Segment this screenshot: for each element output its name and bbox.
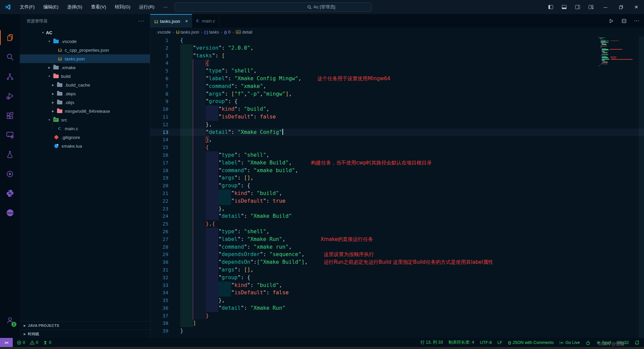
tree-item-.deps[interactable]: ▶.deps <box>20 89 150 98</box>
breadcrumb-tasks-json[interactable]: {..}tasks.json <box>176 30 199 35</box>
breadcrumb--vscode[interactable]: .vscode <box>156 30 171 35</box>
code-line[interactable]: 5 "type": "shell", <box>150 67 644 75</box>
remote-indicator[interactable]: >< <box>0 338 13 347</box>
code-line[interactable]: 31 "args": [], <box>150 266 644 274</box>
code-line[interactable]: 20 "group": { <box>150 182 644 190</box>
code-line[interactable]: 19 "args": [], <box>150 174 644 182</box>
code-line[interactable]: 37 } <box>150 312 644 320</box>
tree-item-src[interactable]: ▼</>src <box>20 115 150 124</box>
code-line[interactable]: 2 "version": "2.0.0", <box>150 44 644 52</box>
warnings-count[interactable]: 0 <box>30 340 38 345</box>
code-line[interactable]: 26 "type": "shell", <box>150 228 644 236</box>
run-code-button[interactable] <box>606 16 616 26</box>
go-live[interactable]: Go Live <box>559 340 580 345</box>
code-line[interactable]: 29 "dependsOrder": "sequence", 这里设置为按顺序执… <box>150 251 644 258</box>
code-line[interactable]: 21 "kind": "build", <box>150 190 644 197</box>
language-mode[interactable]: {}JSON with Comments <box>508 340 554 345</box>
code-editor[interactable]: 1{2 "version": "2.0.0",3 "tasks": [4 {5 … <box>150 37 644 338</box>
menubar-item[interactable]: 文件(F) <box>15 0 39 14</box>
tree-item-main.c[interactable]: Cmain.c <box>20 124 150 133</box>
status--4[interactable]: 制表符长度: 4 <box>448 340 474 345</box>
code-line[interactable]: 7 "command": "xmake", <box>150 83 644 90</box>
code-line[interactable]: 6 "label": "Xmake Config Mingw", 这个任务用于设… <box>150 75 644 83</box>
source-control-icon[interactable] <box>0 68 20 85</box>
status--13-33[interactable]: 行 13, 列 33 <box>421 340 443 345</box>
tree-item-tasks.json[interactable]: {..}tasks.json <box>20 54 150 63</box>
code-line[interactable]: 18 "command": "xmake build", <box>150 167 644 174</box>
tab-main-c[interactable]: Cmain.c <box>192 14 219 28</box>
code-line[interactable]: 17 "label": "Xmake Build", 构建任务，当不使用cwp时… <box>150 159 644 167</box>
remote-explorer-icon[interactable] <box>0 126 20 144</box>
editor-scrollbar[interactable] <box>639 37 644 338</box>
feedback[interactable] <box>586 340 590 345</box>
minimap[interactable] <box>598 37 639 338</box>
code-line[interactable]: 27 "label": "Xmake Run", Xmake的直接运行任务 <box>150 236 644 243</box>
search-icon[interactable] <box>0 48 20 66</box>
sidebar-more-actions-icon[interactable]: ··· <box>138 18 145 24</box>
code-line[interactable]: 35 }, <box>150 297 644 304</box>
command-center-search[interactable]: Ac [管理员] <box>174 2 372 12</box>
code-line[interactable]: 22 "isDefault": true <box>150 197 644 205</box>
code-line[interactable]: 3 "tasks": [ <box>150 52 644 60</box>
code-line[interactable]: 36 "detail": "Xmake Run" <box>150 304 644 312</box>
extensions-icon[interactable] <box>0 107 20 124</box>
code-line[interactable]: 39} <box>150 327 644 335</box>
menubar-item[interactable]: 转到(G) <box>110 0 135 14</box>
section-java-projects[interactable]: ▶JAVA PROJECTS <box>20 321 150 330</box>
tree-item-c-cpp-properties.json[interactable]: {..}c_cpp_properties.json <box>20 46 150 54</box>
tab-close-icon[interactable]: × <box>185 18 188 24</box>
section-时间线[interactable]: ▶时间线 <box>20 330 150 338</box>
run-and-debug-icon[interactable] <box>0 87 20 105</box>
python-icon[interactable] <box>0 185 20 202</box>
tree-item-mingw-x86-64-release[interactable]: ▶mingw\x86_64\release <box>20 107 150 115</box>
coverage-icon[interactable] <box>0 165 20 183</box>
tree-item-build[interactable]: ▼build <box>20 72 150 81</box>
code-line[interactable]: 32 "group": { <box>150 274 644 282</box>
window-minimize-button[interactable]: ─ <box>598 0 613 14</box>
layout-sidebar-left-icon[interactable] <box>544 0 557 14</box>
code-line[interactable]: 12 }, <box>150 121 644 129</box>
tree-item-.objs[interactable]: ▶.objs <box>20 98 150 107</box>
layout-customize-icon[interactable] <box>584 0 598 14</box>
code-line[interactable]: 25 },{ <box>150 220 644 228</box>
status-win32[interactable]: Win32 <box>617 340 629 345</box>
notifications-bell[interactable] <box>635 340 639 345</box>
breadcrumb-0[interactable]: {}0 <box>224 30 230 35</box>
ports-count[interactable]: 0 <box>43 340 51 345</box>
spell-checker[interactable]: Spell <box>596 340 611 345</box>
code-line[interactable]: 4 { <box>150 59 644 67</box>
code-line[interactable]: 33 "kind": "build", <box>150 282 644 289</box>
code-line[interactable]: 15 { <box>150 144 644 151</box>
code-line[interactable]: 10 "kind": "build", <box>150 105 644 113</box>
tree-item-ac[interactable]: ▼AC <box>20 28 150 37</box>
code-line[interactable]: 23 }, <box>150 205 644 213</box>
status-lf[interactable]: LF <box>497 340 502 345</box>
window-close-button[interactable]: × <box>629 0 644 14</box>
status-utf-8[interactable]: UTF-8 <box>480 340 492 345</box>
tree-item-.gitignore[interactable]: .gitignore <box>20 133 150 142</box>
layout-sidebar-right-icon[interactable] <box>571 0 584 14</box>
code-line[interactable]: 16 "type": "shell", <box>150 151 644 159</box>
json-viewer-icon[interactable]: Json <box>0 204 20 221</box>
menubar-more-icon[interactable]: ··· <box>159 0 172 14</box>
tab-tasks-json[interactable]: {..}tasks.json× <box>150 14 192 28</box>
explorer-icon[interactable] <box>0 29 20 46</box>
menubar-item[interactable]: 运行(R) <box>135 0 159 14</box>
testing-icon[interactable] <box>0 146 20 163</box>
code-line[interactable]: 28 "command": "xmake run", <box>150 243 644 251</box>
menubar-item[interactable]: 查看(V) <box>87 0 110 14</box>
breadcrumb-tasks[interactable]: [ ]tasks <box>204 30 219 35</box>
code-line[interactable]: 11 "isDefault": false <box>150 113 644 121</box>
menubar-item[interactable]: 选择(S) <box>63 0 87 14</box>
split-editor-button[interactable] <box>619 16 629 26</box>
code-line[interactable]: 13 "detail": "Xmake Config" <box>150 129 644 136</box>
code-line[interactable]: 8 "args": ["f","-p","mingw"], <box>150 90 644 98</box>
code-line[interactable]: 1{ <box>150 37 644 44</box>
code-line[interactable]: 30 "dependsOn":["Xmake Build"], 运行Run之前必… <box>150 258 644 266</box>
tree-item-.build-cache[interactable]: ▶.build_cache <box>20 81 150 89</box>
tree-item-.vscode[interactable]: ▼.vscode <box>20 37 150 46</box>
layout-panel-icon[interactable] <box>557 0 571 14</box>
errors-count[interactable]: 0 <box>17 340 25 345</box>
window-restore-button[interactable] <box>613 0 629 14</box>
breadcrumb-detail[interactable]: abcdetail <box>236 30 252 35</box>
